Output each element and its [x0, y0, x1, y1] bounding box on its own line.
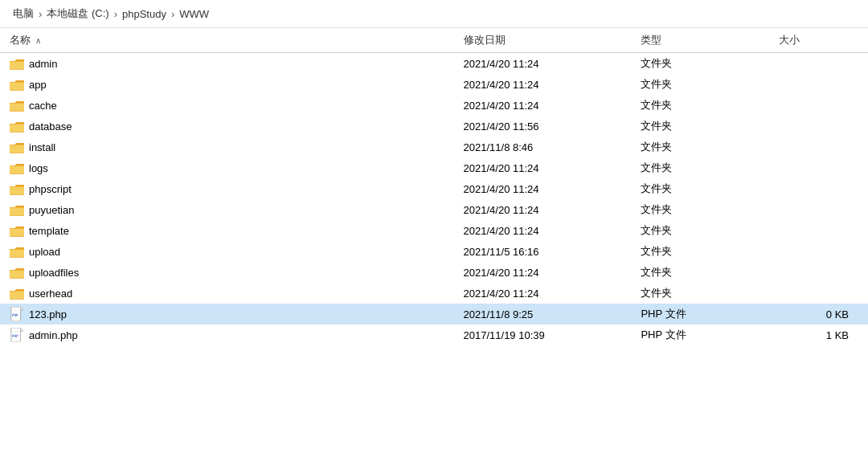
- folder-icon: [10, 183, 24, 195]
- col-header-size[interactable]: 大小: [769, 28, 868, 53]
- file-name-label: admin: [29, 58, 57, 70]
- svg-text:PHP: PHP: [12, 334, 18, 338]
- svg-rect-47: [10, 292, 24, 299]
- folder-icon: [10, 267, 24, 279]
- cell-name: logs: [0, 157, 454, 178]
- file-name-label: upload: [29, 246, 60, 258]
- svg-rect-23: [10, 166, 24, 173]
- svg-rect-31: [10, 208, 24, 215]
- cell-date: 2021/4/20 11:24: [454, 220, 632, 241]
- cell-date: 2021/4/20 11:24: [454, 157, 632, 178]
- table-row[interactable]: puyuetian2021/4/20 11:24文件夹: [0, 199, 868, 220]
- cell-size: [769, 74, 868, 95]
- file-name-label: logs: [29, 162, 48, 174]
- php-file-icon: PHP: [10, 307, 24, 321]
- file-name-label: phpscript: [29, 183, 72, 195]
- file-name-label: cache: [29, 100, 57, 112]
- cell-type: 文件夹: [631, 283, 769, 304]
- cell-date: 2021/11/8 9:25: [454, 304, 632, 324]
- folder-icon: [10, 288, 24, 300]
- table-row[interactable]: upload2021/11/5 16:16文件夹: [0, 241, 868, 262]
- cell-size: [769, 283, 868, 304]
- cell-type: 文件夹: [631, 74, 769, 95]
- table-row[interactable]: userhead2021/4/20 11:24文件夹: [0, 283, 868, 304]
- file-name-label: install: [29, 141, 55, 153]
- cell-date: 2021/4/20 11:24: [454, 53, 632, 75]
- svg-rect-7: [10, 83, 24, 90]
- cell-type: 文件夹: [631, 241, 769, 262]
- file-name-label: uploadfiles: [29, 267, 79, 279]
- cell-size: [769, 178, 868, 199]
- cell-size: [769, 157, 868, 178]
- breadcrumb-sep-1: ›: [114, 8, 117, 20]
- breadcrumb-sep-0: ›: [39, 8, 42, 20]
- table-row[interactable]: PHP 123.php2021/11/8 9:25PHP 文件0 KB: [0, 304, 868, 324]
- table-header: 名称 ∧ 修改日期 类型 大小: [0, 28, 868, 53]
- cell-size: [769, 53, 868, 75]
- cell-name: upload: [0, 241, 454, 262]
- svg-rect-39: [10, 250, 24, 257]
- cell-name: install: [0, 137, 454, 157]
- cell-size: [769, 116, 868, 137]
- cell-name: phpscript: [0, 178, 454, 199]
- file-name-label: template: [29, 225, 69, 237]
- file-name-label: admin.php: [29, 329, 78, 341]
- cell-type: 文件夹: [631, 95, 769, 116]
- table-row[interactable]: template2021/4/20 11:24文件夹: [0, 220, 868, 241]
- breadcrumb-c[interactable]: 本地磁盘 (C:): [47, 6, 108, 21]
- sort-arrow: ∧: [35, 36, 41, 45]
- breadcrumb-www[interactable]: WWW: [179, 8, 209, 20]
- cell-name: admin: [0, 53, 454, 75]
- table-row[interactable]: phpscript2021/4/20 11:24文件夹: [0, 178, 868, 199]
- file-name-label: database: [29, 120, 72, 133]
- folder-icon: [10, 162, 24, 174]
- table-row[interactable]: cache2021/4/20 11:24文件夹: [0, 95, 868, 116]
- svg-text:PHP: PHP: [12, 313, 18, 317]
- cell-name: puyuetian: [0, 199, 454, 220]
- file-name-label: 123.php: [29, 308, 67, 320]
- php-file-icon: PHP: [10, 328, 24, 342]
- folder-icon: [10, 204, 24, 216]
- col-header-type[interactable]: 类型: [631, 28, 769, 53]
- table-row[interactable]: PHP admin.php2017/11/19 10:39PHP 文件1 KB: [0, 324, 868, 345]
- cell-type: 文件夹: [631, 53, 769, 75]
- svg-rect-19: [10, 145, 24, 153]
- cell-type: 文件夹: [631, 220, 769, 241]
- table-row[interactable]: logs2021/4/20 11:24文件夹: [0, 157, 868, 178]
- folder-icon: [10, 79, 24, 91]
- svg-rect-3: [10, 62, 24, 69]
- cell-size: [769, 95, 868, 116]
- breadcrumb-phpstudy[interactable]: phpStudy: [122, 8, 166, 20]
- file-explorer: 名称 ∧ 修改日期 类型 大小 admin2021/4/20 11:24文件夹: [0, 28, 868, 453]
- folder-icon: [10, 120, 24, 133]
- cell-size: [769, 241, 868, 262]
- col-header-name[interactable]: 名称 ∧: [0, 28, 454, 53]
- cell-size: 0 KB: [769, 304, 868, 324]
- svg-rect-35: [10, 229, 24, 236]
- table-row[interactable]: database2021/4/20 11:56文件夹: [0, 116, 868, 137]
- cell-name: PHP 123.php: [0, 304, 454, 324]
- svg-marker-55: [21, 328, 24, 332]
- cell-name: uploadfiles: [0, 262, 454, 283]
- cell-size: [769, 199, 868, 220]
- breadcrumb-sep-2: ›: [171, 8, 174, 20]
- table-row[interactable]: admin2021/4/20 11:24文件夹: [0, 53, 868, 75]
- table-row[interactable]: app2021/4/20 11:24文件夹: [0, 74, 868, 95]
- folder-icon: [10, 58, 24, 70]
- cell-type: 文件夹: [631, 199, 769, 220]
- table-row[interactable]: uploadfiles2021/4/20 11:24文件夹: [0, 262, 868, 283]
- folder-icon: [10, 100, 24, 112]
- cell-date: 2021/4/20 11:56: [454, 116, 632, 137]
- file-table: 名称 ∧ 修改日期 类型 大小 admin2021/4/20 11:24文件夹: [0, 28, 868, 345]
- col-header-date[interactable]: 修改日期: [454, 28, 632, 53]
- cell-date: 2021/4/20 11:24: [454, 95, 632, 116]
- breadcrumb-pc[interactable]: 电脑: [13, 6, 34, 21]
- cell-type: PHP 文件: [631, 304, 769, 324]
- cell-size: 1 KB: [769, 324, 868, 345]
- svg-rect-27: [10, 187, 24, 194]
- folder-icon: [10, 141, 24, 153]
- table-row[interactable]: install2021/11/8 8:46文件夹: [0, 137, 868, 157]
- breadcrumb: 电脑 › 本地磁盘 (C:) › phpStudy › WWW: [0, 0, 868, 28]
- cell-name: template: [0, 220, 454, 241]
- file-name-label: userhead: [29, 288, 72, 300]
